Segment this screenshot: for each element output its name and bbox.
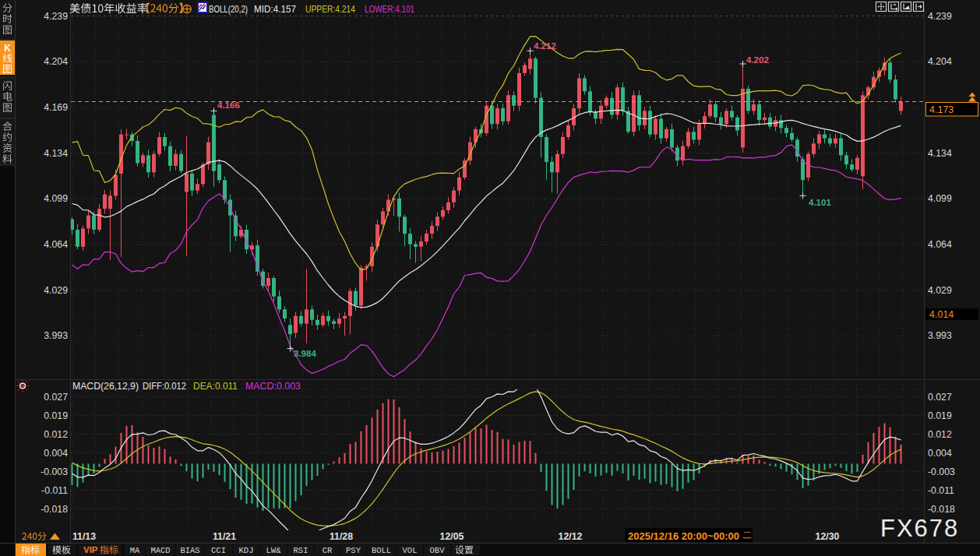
svg-text:PSY: PSY [346, 546, 361, 555]
svg-text:3.984: 3.984 [294, 349, 316, 358]
svg-text:BIAS: BIAS [180, 546, 199, 555]
svg-text:11/28: 11/28 [330, 531, 353, 542]
svg-text:4.134: 4.134 [928, 148, 952, 159]
svg-text:MACD(26,12,9): MACD(26,12,9) [72, 381, 139, 392]
svg-text:4.169: 4.169 [44, 102, 68, 113]
svg-text:4.014: 4.014 [929, 309, 954, 320]
svg-text:4.064: 4.064 [44, 239, 68, 250]
svg-text:LOWER:4.101: LOWER:4.101 [365, 3, 414, 15]
svg-text:3.993: 3.993 [928, 330, 952, 341]
svg-text:-0.018: -0.018 [41, 504, 68, 515]
svg-text:4.099: 4.099 [928, 193, 952, 204]
svg-text:12/30: 12/30 [816, 531, 840, 542]
svg-text:LW&: LW& [266, 546, 282, 555]
svg-text:BOLL(20,2): BOLL(20,2) [209, 3, 248, 15]
svg-text:4.173: 4.173 [929, 104, 954, 115]
svg-text:MACD:0.003: MACD:0.003 [245, 381, 301, 392]
svg-text:12/05: 12/05 [440, 531, 464, 542]
svg-text:RSI: RSI [294, 546, 308, 555]
svg-text:4.134: 4.134 [44, 148, 68, 159]
svg-text:0.004: 0.004 [928, 448, 952, 459]
svg-text:MACD: MACD [150, 546, 170, 555]
svg-text:4.029: 4.029 [928, 285, 952, 296]
svg-text:4.202: 4.202 [746, 55, 769, 65]
svg-text:3.993: 3.993 [44, 330, 68, 341]
svg-text:DEA:0.011: DEA:0.011 [193, 381, 238, 392]
svg-text:4.212: 4.212 [534, 41, 556, 51]
svg-text:FX678: FX678 [880, 515, 959, 542]
svg-text:0.012: 0.012 [928, 429, 952, 440]
svg-text:4.166: 4.166 [217, 100, 240, 110]
svg-text:K: K [4, 43, 11, 54]
svg-text:0.027: 0.027 [928, 392, 952, 403]
svg-text:OBV: OBV [430, 546, 446, 555]
svg-text:-0.011: -0.011 [928, 485, 954, 496]
svg-text:0.019: 0.019 [44, 410, 68, 421]
svg-text:VOL: VOL [403, 546, 418, 555]
svg-text:UPPER:4.214: UPPER:4.214 [305, 3, 355, 15]
svg-text:-0.011: -0.011 [41, 485, 68, 496]
svg-text:0.004: 0.004 [44, 448, 68, 459]
svg-text:BOLL: BOLL [372, 546, 391, 555]
svg-text:4.239: 4.239 [928, 11, 952, 22]
svg-text:12/12: 12/12 [559, 531, 583, 542]
svg-text:0.012: 0.012 [44, 429, 68, 440]
svg-text:4.029: 4.029 [44, 285, 68, 296]
svg-text:0.019: 0.019 [928, 410, 952, 421]
svg-text:VIP: VIP [83, 545, 98, 554]
svg-text:2025/12/16 20:00~00:00: 2025/12/16 20:00~00:00 [628, 530, 739, 542]
svg-text:MID:4.157: MID:4.157 [254, 3, 296, 15]
svg-text:KDJ: KDJ [239, 546, 254, 555]
svg-text:-0.003: -0.003 [41, 466, 68, 477]
svg-text:4.101: 4.101 [809, 198, 831, 207]
svg-text:-0.003: -0.003 [928, 466, 955, 477]
svg-text:CR: CR [323, 546, 333, 555]
svg-text:4.064: 4.064 [928, 239, 952, 250]
svg-text:4.204: 4.204 [928, 56, 952, 67]
svg-text:MA: MA [130, 546, 140, 555]
svg-text:11/13: 11/13 [72, 531, 96, 542]
svg-text:0.027: 0.027 [44, 392, 68, 403]
svg-text:CCI: CCI [211, 546, 226, 555]
svg-text:11/21: 11/21 [213, 531, 236, 542]
svg-text:-0.018: -0.018 [928, 504, 955, 515]
svg-text:DIFF:0.012: DIFF:0.012 [143, 381, 186, 392]
svg-text:4.204: 4.204 [44, 56, 68, 67]
svg-text:4.099: 4.099 [44, 193, 68, 204]
svg-text:4.239: 4.239 [44, 11, 68, 22]
